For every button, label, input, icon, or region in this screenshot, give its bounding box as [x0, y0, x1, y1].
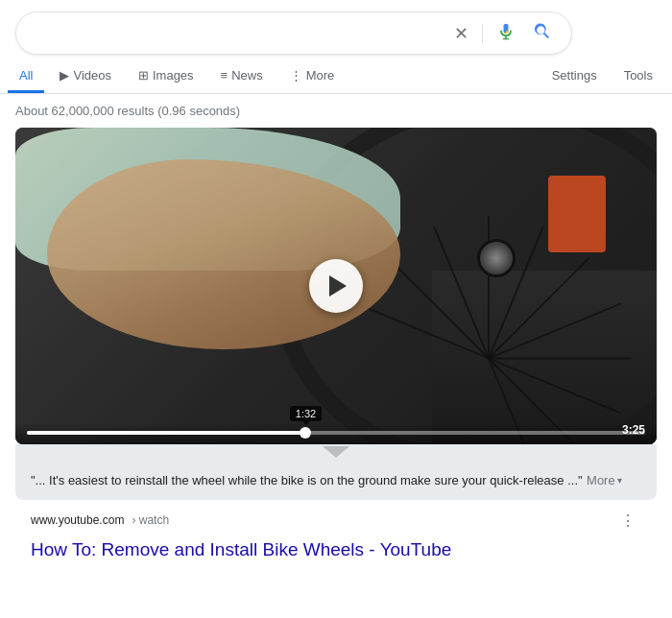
tab-images[interactable]: ⊞ Images — [127, 60, 205, 93]
snippet-more-label: More — [587, 473, 615, 487]
tab-news[interactable]: ≡ News — [209, 60, 275, 93]
images-icon: ⊞ — [138, 68, 149, 83]
search-submit-button[interactable] — [529, 20, 556, 46]
search-icon — [533, 22, 552, 41]
videos-icon: ▶ — [60, 68, 69, 83]
video-controls: 1:32 3:25 — [15, 423, 657, 444]
search-input[interactable]: how to install the wheel on a bike — [32, 25, 450, 42]
video-thumbnail[interactable]: 1:32 3:25 — [15, 128, 657, 444]
tab-more-label: More — [306, 68, 335, 83]
play-button[interactable] — [309, 259, 363, 313]
voice-search-button[interactable] — [492, 20, 519, 46]
chevron-down-icon: ▾ — [617, 475, 622, 486]
tab-news-label: News — [231, 68, 263, 83]
video-snippet: "... It's easiest to reinstall the wheel… — [15, 462, 657, 500]
spoke-1 — [488, 216, 490, 359]
results-count: About 62,000,000 results (0.96 seconds) — [0, 94, 672, 128]
tools-button[interactable]: Tools — [612, 60, 664, 93]
clear-search-button[interactable]: ✕ — [450, 21, 472, 46]
search-tabs: All ▶ Videos ⊞ Images ≡ News ⋮ More Sett… — [0, 55, 672, 94]
news-icon: ≡ — [221, 68, 228, 83]
tab-videos-label: Videos — [73, 68, 111, 83]
snippet-text: "... It's easiest to reinstall the wheel… — [31, 473, 583, 487]
video-result-card: 1:32 3:25 — [15, 128, 657, 444]
current-time-tooltip: 1:32 — [290, 406, 322, 421]
icon-divider — [482, 24, 483, 43]
snippet-more-button[interactable]: More ▾ — [587, 473, 622, 487]
wheel-hub — [477, 239, 516, 277]
tab-all[interactable]: All — [8, 60, 44, 93]
microphone-icon — [496, 22, 516, 41]
current-time-label: 1:32 — [296, 408, 316, 419]
search-header: how to install the wheel on a bike ✕ — [0, 0, 672, 55]
settings-button[interactable]: Settings — [540, 60, 609, 93]
tab-videos[interactable]: ▶ Videos — [48, 60, 123, 93]
results-count-text: About 62,000,000 results (0.96 seconds) — [15, 104, 240, 118]
search-bar: how to install the wheel on a bike ✕ — [15, 12, 572, 55]
result-title-text: How To: Remove and Install Bike Wheels -… — [31, 539, 451, 559]
source-url-row: www.youtube.com › watch ⋮ — [15, 500, 657, 535]
result-menu-button[interactable]: ⋮ — [614, 510, 641, 532]
more-icon: ⋮ — [290, 68, 302, 83]
tab-images-label: Images — [153, 68, 194, 83]
tab-more[interactable]: ⋮ More — [278, 60, 347, 93]
progress-fill — [27, 431, 305, 435]
tab-all-label: All — [19, 68, 33, 83]
nav-right-controls: Settings Tools — [540, 60, 672, 93]
result-title-link[interactable]: How To: Remove and Install Bike Wheels -… — [15, 535, 657, 575]
source-breadcrumb: › watch — [132, 513, 169, 527]
caret-row — [15, 444, 657, 462]
caret-down-icon — [323, 446, 349, 458]
progress-bar[interactable]: 1:32 — [27, 431, 645, 435]
source-domain: www.youtube.com — [31, 513, 124, 527]
search-icons: ✕ — [450, 20, 556, 46]
play-triangle-icon — [329, 275, 347, 297]
duration-label: 3:25 — [622, 423, 645, 437]
